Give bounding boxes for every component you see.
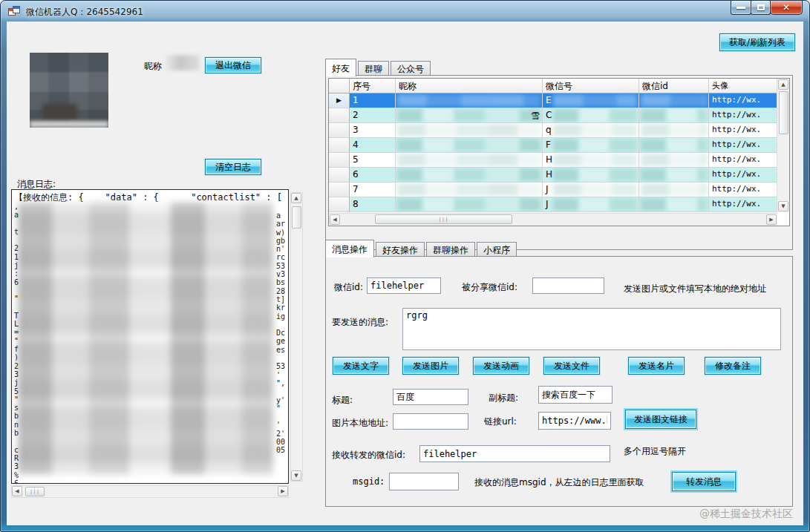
table-row[interactable]: 4 F http://wx. [329,138,789,153]
column-header[interactable]: 微信号 [543,79,639,93]
blurred-nickname [397,124,540,137]
nickname-value-blurred [164,55,200,70]
wxid-input[interactable] [367,278,441,294]
scroll-down-icon[interactable]: ▼ [291,470,301,481]
cell-avatar-url: http://wx. [709,138,779,153]
cell-wechat-id [639,93,709,108]
log-vertical-scrollbar[interactable]: ▲ ▼ [290,192,303,482]
column-header[interactable]: 头像 [709,79,779,93]
table-hscroll-thumb[interactable]: ∣∣∣ [375,214,512,224]
table-row[interactable]: 5 H http://wx. [329,153,789,168]
blurred-wechat-no [553,154,637,166]
send-action-button[interactable]: 发送文件 [543,357,600,375]
operations-tab[interactable]: 消息操作 [325,240,374,257]
send-action-button[interactable]: 发送动画 [473,357,529,375]
table-vertical-scrollbar[interactable]: ▲ ▼ [777,79,789,212]
refresh-list-button[interactable]: 获取/刷新列表 [719,33,795,51]
operations-tab[interactable]: 好友操作 [376,242,425,257]
image-path-input[interactable] [393,413,468,430]
column-header[interactable]: 昵称 [396,79,543,93]
contacts-tab[interactable]: 好友 [325,59,356,76]
image-path-label: 图片本地地址: [332,417,388,430]
cell-seq: 5 [350,153,396,168]
send-action-button[interactable]: 发送图片 [402,357,459,375]
close-button[interactable]: ✕ [770,1,803,15]
blurred-wechat-no [553,198,637,211]
contacts-tab[interactable]: 群聊 [358,61,389,76]
user-avatar [30,53,108,128]
column-header[interactable]: 微信id [639,79,709,93]
scroll-left-icon[interactable]: ◀ [12,486,22,496]
blurred-wechat-no [553,168,637,181]
blurred-wechat-id [641,139,707,151]
maximize-icon [757,4,765,10]
path-hint: 发送图片或文件填写本地的绝对地址 [624,283,766,295]
scroll-left-icon[interactable]: ◀ [330,214,340,225]
maximize-button[interactable] [751,1,771,15]
blurred-wechat-no [553,94,637,107]
cell-avatar-url: http://wx. [709,93,779,108]
table-row[interactable]: 2 雪 C http://wx. [329,108,789,123]
message-textarea[interactable]: rgrg [402,308,781,350]
url-input[interactable] [538,412,611,430]
blurred-nickname [397,109,540,122]
shared-wxid-input[interactable] [532,278,604,294]
cell-avatar-url: http://wx. [709,197,779,212]
table-row[interactable]: 8 J http://wx. [329,197,789,212]
operations-tab[interactable]: 群聊操作 [426,242,475,257]
send-action-button[interactable]: 发送文字 [333,357,389,375]
send-link-button[interactable]: 发送图文链接 [625,410,696,429]
table-horizontal-scrollbar[interactable]: ◀ ∣∣∣ ▶ [329,213,777,226]
blurred-wechat-no [553,124,637,137]
cell-seq: 2 [350,108,396,123]
subtitle-input[interactable] [538,386,613,404]
nickname-label: 昵称 [144,60,162,73]
cell-seq: 4 [350,138,396,153]
contacts-tab[interactable]: 公众号 [391,61,431,76]
cell-nickname: 雪 [396,108,543,123]
log-hscroll-thumb[interactable]: ∣∣∣ [25,487,45,496]
logout-wechat-button[interactable]: 退出微信 [205,57,261,73]
blurred-nickname [397,154,540,166]
cell-avatar-url: http://wx. [709,153,779,168]
contacts-tabstrip: 好友 群聊 公众号 [325,57,432,76]
scroll-down-icon[interactable]: ▼ [778,201,788,211]
cell-wechat-id [639,108,709,123]
cell-seq: 3 [350,123,396,138]
message-log-textbox[interactable]: 【接收的信息: { "data" : { "contactlist" : [ ,… [11,189,289,484]
msgid-input[interactable] [389,473,459,490]
cell-wechat-id [639,153,709,168]
cell-avatar-url: http://wx. [709,123,779,138]
scroll-up-icon[interactable]: ▲ [778,79,788,90]
cell-wechat-no: q [543,123,639,138]
table-row[interactable]: ▶ 1 E http://wx. [329,93,789,108]
scroll-right-icon[interactable]: ▶ [766,214,777,225]
blurred-nickname [397,183,540,196]
shared-wxid-label: 被分享微信id: [462,281,517,294]
table-row[interactable]: 7 J http://wx. [329,183,789,197]
operations-tab[interactable]: 小程序 [477,242,517,257]
forward-wxid-input[interactable] [419,445,610,462]
title-input[interactable] [393,389,468,405]
send-action-button[interactable]: 发送名片 [628,357,685,375]
log-vscroll-thumb[interactable] [292,206,301,229]
operations-tabstrip: 消息操作 好友操作 群聊操作 小程序 [325,238,518,257]
scroll-right-icon[interactable]: ▶ [278,486,288,496]
clear-log-button[interactable]: 清空日志 [205,159,261,175]
scroll-up-icon[interactable]: ▲ [291,193,301,203]
minimize-button[interactable] [731,1,751,15]
forward-message-button[interactable]: 转发消息 [672,472,736,491]
send-action-button[interactable]: 修改备注 [705,357,761,375]
table-vscroll-thumb[interactable] [779,91,788,134]
contacts-table: 序号 昵称 微信号 微信id 头像 ▶ 1 E [328,78,790,226]
titlebar[interactable]: 微信机器人Q：2645542961 ✕ [1,1,809,22]
blurred-wechat-id [641,168,707,181]
minimize-icon [736,7,745,9]
window-title: 微信机器人Q：2645542961 [26,6,143,19]
table-row[interactable]: 6 H http://wx. [329,168,789,183]
log-horizontal-scrollbar[interactable]: ◀ ∣∣∣ ▶ [11,485,289,498]
column-header[interactable]: 序号 [350,79,396,93]
cell-wechat-no: J [543,183,639,197]
table-row[interactable]: 3 q http://wx. [329,123,789,138]
blurred-wechat-no [553,109,637,122]
